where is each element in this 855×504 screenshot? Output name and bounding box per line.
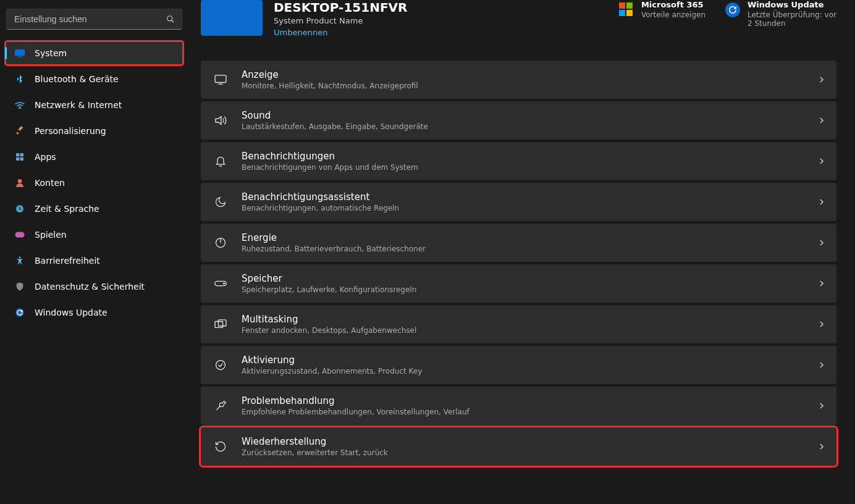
row-subtitle: Benachrichtigungen von Apps und dem Syst…: [242, 163, 806, 172]
wu-title: Windows Update: [748, 0, 836, 9]
sidebar-item-datenschutz-sicherheit[interactable]: Datenschutz & Sicherheit: [5, 274, 183, 299]
svg-rect-2: [15, 49, 25, 56]
svg-line-1: [172, 20, 174, 23]
display-icon: [14, 47, 26, 59]
ms365-sub: Vorteile anzeigen: [641, 10, 705, 19]
row-subtitle: Benachrichtigungen, automatische Regeln: [242, 204, 806, 212]
svg-marker-16: [216, 117, 221, 125]
sidebar-item-netzwerk-internet[interactable]: Netzwerk & Internet: [5, 93, 183, 117]
row-title: Energie: [242, 232, 806, 243]
ms365-card[interactable]: Microsoft 365 Vorteile anzeigen: [619, 0, 705, 28]
wu-sub: Letzte Überprüfung: vor 2 Stunden: [748, 10, 836, 28]
chevron-right-icon: [819, 76, 824, 83]
pc-name: DESKTOP-151NFVR: [274, 0, 608, 15]
pc-tile: [201, 0, 263, 36]
sidebar-item-label: Datenschutz & Sicherheit: [35, 282, 145, 292]
svg-rect-3: [18, 56, 22, 57]
system-header: DESKTOP-151NFVR System Product Name Umbe…: [201, 0, 836, 37]
sidebar-item-label: Konten: [35, 178, 65, 188]
wifi-icon: [14, 99, 26, 111]
sidebar-item-label: System: [35, 48, 67, 58]
chevron-right-icon: [819, 321, 824, 328]
settings-row-energie[interactable]: EnergieRuhezustand, Batterieverbrauch, B…: [201, 224, 836, 262]
row-subtitle: Monitore, Helligkeit, Nachtmodus, Anzeig…: [242, 82, 806, 90]
svg-point-9: [18, 179, 22, 183]
sidebar-item-label: Barrierefreiheit: [35, 256, 100, 266]
svg-point-23: [216, 361, 225, 370]
svg-point-20: [224, 283, 225, 284]
svg-line-24: [216, 406, 221, 410]
accessibility-icon: [14, 254, 26, 267]
sidebar-item-windows-update[interactable]: Windows Update: [5, 300, 183, 325]
sidebar-item-konten[interactable]: Konten: [5, 170, 183, 195]
sound-icon: [213, 113, 228, 128]
svg-rect-6: [20, 153, 23, 156]
settings-row-anzeige[interactable]: AnzeigeMonitore, Helligkeit, Nachtmodus,…: [201, 61, 836, 99]
chevron-right-icon: [819, 158, 824, 165]
sidebar-item-spielen[interactable]: Spielen: [5, 222, 183, 247]
bluetooth-icon: [14, 73, 26, 85]
pc-product: System Product Name: [274, 16, 608, 25]
svg-rect-14: [215, 75, 226, 83]
sidebar-item-label: Netzwerk & Internet: [35, 100, 122, 110]
settings-row-benachrichtigungsassistent[interactable]: BenachrichtigungsassistentBenachrichtigu…: [201, 183, 836, 221]
monitor-icon: [213, 72, 228, 87]
sidebar: SystemBluetooth & GeräteNetzwerk & Inter…: [0, 0, 188, 504]
search-container: [6, 9, 182, 30]
row-subtitle: Aktivierungszustand, Abonnements, Produc…: [242, 367, 806, 376]
svg-point-4: [19, 107, 20, 108]
settings-row-wiederherstellung[interactable]: WiederherstellungZurücksetzen, erweitert…: [201, 427, 836, 466]
sidebar-item-zeit-sprache[interactable]: Zeit & Sprache: [5, 196, 183, 221]
ms365-title: Microsoft 365: [641, 0, 705, 9]
storage-icon: [213, 276, 228, 291]
sidebar-item-apps[interactable]: Apps: [5, 145, 183, 169]
power-icon: [213, 235, 228, 250]
svg-point-12: [19, 256, 21, 258]
row-title: Benachrichtigungen: [242, 151, 806, 162]
row-subtitle: Zurücksetzen, erweiterter Start, zurück: [242, 448, 806, 457]
row-title: Benachrichtigungsassistent: [242, 191, 806, 203]
header-cards: Microsoft 365 Vorteile anzeigen Windows …: [619, 0, 836, 28]
svg-rect-5: [16, 153, 19, 156]
settings-row-multitasking[interactable]: MultitaskingFenster andocken, Desktops, …: [201, 305, 836, 343]
svg-rect-7: [16, 158, 19, 161]
recovery-icon: [213, 439, 228, 454]
shield-icon: [14, 280, 26, 293]
row-subtitle: Fenster andocken, Desktops, Aufgabenwech…: [242, 326, 806, 335]
pc-info: DESKTOP-151NFVR System Product Name Umbe…: [274, 0, 608, 37]
main-content: DESKTOP-151NFVR System Product Name Umbe…: [188, 0, 855, 504]
paintbrush-icon: [14, 125, 26, 137]
sidebar-item-system[interactable]: System: [5, 41, 183, 65]
row-title: Multitasking: [242, 314, 806, 325]
bell-icon: [213, 154, 228, 169]
multitask-icon: [213, 317, 228, 332]
settings-row-sound[interactable]: SoundLautstärkestufen, Ausgabe, Eingabe,…: [201, 101, 836, 140]
sidebar-item-label: Spielen: [35, 230, 67, 240]
row-title: Aktivierung: [242, 355, 806, 366]
sidebar-item-barrierefreiheit[interactable]: Barrierefreiheit: [5, 248, 183, 273]
settings-row-benachrichtigungen[interactable]: BenachrichtigungenBenachrichtigungen von…: [201, 142, 836, 180]
row-subtitle: Empfohlene Problembehandlungen, Voreinst…: [242, 408, 806, 416]
row-title: Speicher: [242, 273, 806, 284]
rename-link[interactable]: Umbenennen: [274, 28, 327, 37]
sidebar-nav: SystemBluetooth & GeräteNetzwerk & Inter…: [5, 41, 183, 325]
settings-row-speicher[interactable]: SpeicherSpeicherplatz, Laufwerke, Konfig…: [201, 264, 836, 303]
windows-update-card[interactable]: Windows Update Letzte Überprüfung: vor 2…: [725, 0, 836, 28]
row-title: Anzeige: [242, 69, 806, 80]
settings-rows: AnzeigeMonitore, Helligkeit, Nachtmodus,…: [201, 61, 836, 466]
search-icon: [166, 15, 175, 23]
search-input[interactable]: [6, 9, 182, 30]
gamepad-icon: [14, 229, 26, 241]
svg-rect-11: [15, 232, 25, 238]
sidebar-item-bluetooth-ger-te[interactable]: Bluetooth & Geräte: [5, 67, 183, 91]
sidebar-item-personalisierung[interactable]: Personalisierung: [5, 119, 183, 143]
chevron-right-icon: [819, 361, 824, 369]
row-title: Sound: [242, 110, 806, 121]
settings-row-problembehandlung[interactable]: ProblembehandlungEmpfohlene Problembehan…: [201, 387, 836, 425]
sidebar-item-label: Zeit & Sprache: [35, 204, 99, 214]
sidebar-item-label: Bluetooth & Geräte: [35, 74, 119, 84]
chevron-right-icon: [819, 280, 824, 287]
settings-row-aktivierung[interactable]: AktivierungAktivierungszustand, Abonneme…: [201, 346, 836, 384]
check-icon: [213, 358, 228, 372]
sidebar-item-label: Windows Update: [35, 308, 107, 317]
